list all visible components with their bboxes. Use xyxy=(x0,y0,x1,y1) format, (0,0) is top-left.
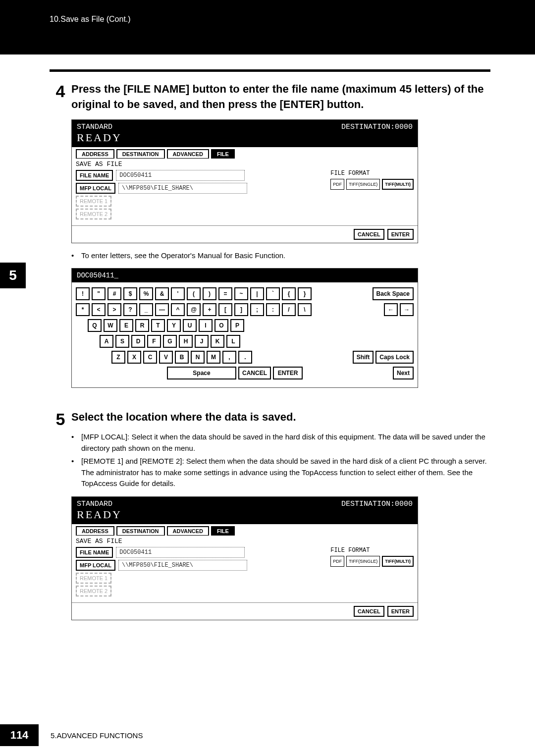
file-name-button-2[interactable]: FILE NAME xyxy=(76,547,113,558)
remote-1-button[interactable]: REMOTE 1 xyxy=(76,196,111,207)
key[interactable]: G xyxy=(163,335,177,348)
format-pdf-2[interactable]: PDF xyxy=(330,556,344,567)
mfp-local-path-2: \\MFP850\FILE_SHARE\ xyxy=(118,560,247,571)
key[interactable]: \ xyxy=(298,303,312,316)
key[interactable]: T xyxy=(151,319,165,332)
key[interactable]: W xyxy=(104,319,117,332)
key[interactable]: V xyxy=(159,351,173,364)
shift-key[interactable]: Shift xyxy=(353,351,374,364)
step-4-title: Press the [FILE NAME] button to enter th… xyxy=(71,82,490,112)
format-tiff-single-2[interactable]: TIFF(SINGLE) xyxy=(346,556,380,567)
key[interactable]: > xyxy=(107,303,121,316)
key[interactable]: @ xyxy=(187,303,201,316)
page-number: 114 xyxy=(0,724,39,746)
tab-file-2[interactable]: FILE xyxy=(211,526,235,536)
tab-destination[interactable]: DESTINATION xyxy=(116,149,165,159)
key[interactable]: ! xyxy=(76,287,90,300)
kb-enter-button[interactable]: ENTER xyxy=(273,367,303,379)
mfp-local-button-2[interactable]: MFP LOCAL xyxy=(76,560,115,571)
key[interactable]: U xyxy=(183,319,197,332)
key[interactable]: : xyxy=(266,303,280,316)
key[interactable]: S xyxy=(115,335,129,348)
key[interactable]: _ xyxy=(139,303,153,316)
key[interactable]: P xyxy=(230,319,244,332)
next-key[interactable]: Next xyxy=(393,367,414,379)
key[interactable]: , xyxy=(222,351,236,364)
key[interactable]: R xyxy=(135,319,149,332)
tab-advanced[interactable]: ADVANCED xyxy=(167,149,210,159)
enter-button-2[interactable]: ENTER xyxy=(387,606,414,617)
key[interactable]: D xyxy=(131,335,145,348)
key[interactable]: ~ xyxy=(234,287,248,300)
key[interactable]: [ xyxy=(218,303,232,316)
remote-2-button[interactable]: REMOTE 2 xyxy=(76,209,111,219)
key[interactable]: ^ xyxy=(171,303,185,316)
cancel-button-2[interactable]: CANCEL xyxy=(354,606,384,617)
key[interactable]: ' xyxy=(171,287,185,300)
format-pdf[interactable]: PDF xyxy=(330,179,344,190)
key[interactable]: K xyxy=(211,335,224,348)
key[interactable]: C xyxy=(143,351,157,364)
key[interactable]: H xyxy=(179,335,193,348)
key[interactable]: M xyxy=(207,351,220,364)
key[interactable]: + xyxy=(203,303,216,316)
remote-1-button-2[interactable]: REMOTE 1 xyxy=(76,573,111,584)
step-5-bullet-2: [REMOTE 1] and [REMOTE 2]: Select them w… xyxy=(71,456,490,489)
key[interactable]: ; xyxy=(250,303,264,316)
key[interactable]: < xyxy=(92,303,106,316)
key[interactable]: Q xyxy=(88,319,102,332)
mfp-local-button[interactable]: MFP LOCAL xyxy=(76,183,115,194)
key[interactable]: & xyxy=(155,287,169,300)
key[interactable]: ? xyxy=(123,303,137,316)
backspace-key[interactable]: Back Space xyxy=(373,287,414,300)
key[interactable]: $ xyxy=(123,287,137,300)
capslock-key[interactable]: Caps Lock xyxy=(375,351,414,364)
space-key[interactable]: Space xyxy=(167,367,236,379)
format-tiff-multi-2[interactable]: TIFF(MULTI) xyxy=(382,556,414,567)
key[interactable]: N xyxy=(191,351,205,364)
key[interactable]: L xyxy=(226,335,240,348)
enter-button[interactable]: ENTER xyxy=(387,229,414,240)
tab-address-2[interactable]: ADDRESS xyxy=(76,526,114,536)
key[interactable]: / xyxy=(282,303,296,316)
key[interactable]: ) xyxy=(203,287,216,300)
key[interactable]: I xyxy=(199,319,213,332)
remote-2-button-2[interactable]: REMOTE 2 xyxy=(76,586,111,596)
key[interactable]: ( xyxy=(187,287,201,300)
file-name-button[interactable]: FILE NAME xyxy=(76,170,113,181)
key[interactable]: % xyxy=(139,287,153,300)
tab-file[interactable]: FILE xyxy=(211,149,235,159)
mfp-destination-counter: DESTINATION:0000 xyxy=(341,123,413,144)
kb-cancel-button[interactable]: CANCEL xyxy=(238,367,271,379)
left-arrow-key[interactable]: ← xyxy=(384,303,398,316)
key[interactable]: ] xyxy=(234,303,248,316)
key[interactable]: { xyxy=(282,287,296,300)
key[interactable]: " xyxy=(92,287,106,300)
key[interactable]: | xyxy=(250,287,264,300)
key[interactable]: } xyxy=(298,287,312,300)
right-arrow-key[interactable]: → xyxy=(400,303,414,316)
tab-advanced-2[interactable]: ADVANCED xyxy=(167,526,210,536)
kb-row-5: Z X C V B N M , . Shift Caps Lock xyxy=(76,351,414,364)
key[interactable]: A xyxy=(100,335,113,348)
key[interactable]: X xyxy=(127,351,141,364)
divider xyxy=(50,69,490,72)
tab-destination-2[interactable]: DESTINATION xyxy=(116,526,165,536)
key[interactable]: . xyxy=(238,351,252,364)
key[interactable]: — xyxy=(155,303,169,316)
key[interactable]: Z xyxy=(111,351,125,364)
key[interactable]: # xyxy=(107,287,121,300)
key[interactable]: J xyxy=(195,335,209,348)
key[interactable]: * xyxy=(76,303,90,316)
key[interactable]: Y xyxy=(167,319,181,332)
key[interactable]: E xyxy=(119,319,133,332)
format-tiff-single[interactable]: TIFF(SINGLE) xyxy=(346,179,380,190)
tab-address[interactable]: ADDRESS xyxy=(76,149,114,159)
key[interactable]: B xyxy=(175,351,189,364)
key[interactable]: F xyxy=(147,335,161,348)
key[interactable]: = xyxy=(218,287,232,300)
format-tiff-multi[interactable]: TIFF(MULTI) xyxy=(382,179,414,190)
cancel-button[interactable]: CANCEL xyxy=(354,229,384,240)
key[interactable]: ` xyxy=(266,287,280,300)
key[interactable]: O xyxy=(214,319,228,332)
